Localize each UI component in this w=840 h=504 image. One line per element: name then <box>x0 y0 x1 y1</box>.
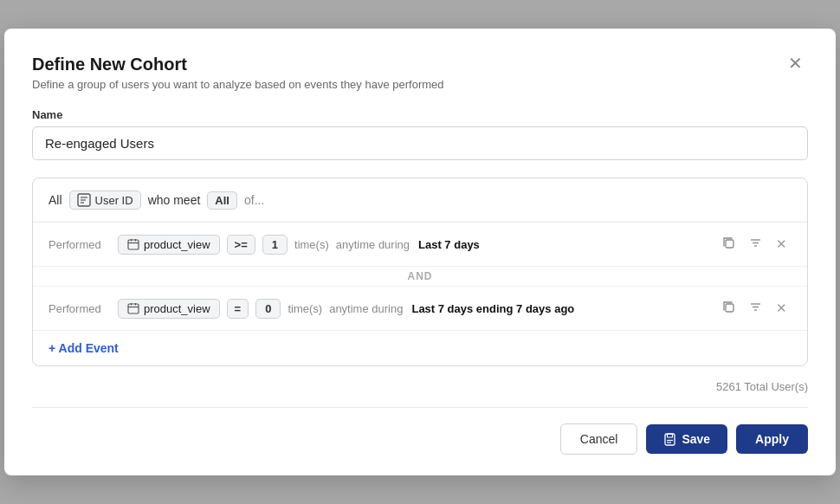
user-id-icon <box>77 193 91 207</box>
who-meet-label: who meet <box>148 193 201 207</box>
modal-header-text: Define New Cohort Define a group of user… <box>32 53 444 91</box>
define-cohort-modal: Define New Cohort Define a group of user… <box>4 29 836 475</box>
filter-button-2[interactable] <box>745 298 766 319</box>
remove-button-1[interactable]: ✕ <box>772 234 792 255</box>
row-actions-1: ✕ <box>718 234 792 255</box>
calendar-icon-1 <box>127 238 139 250</box>
operator-badge-1[interactable]: >= <box>227 235 255 255</box>
times-label-1: time(s) <box>294 238 329 251</box>
copy-button-1[interactable] <box>718 234 740 255</box>
anytime-label-1: anytime during <box>336 238 410 251</box>
user-id-badge[interactable]: User ID <box>69 191 141 210</box>
add-event-button[interactable]: + Add Event <box>48 341 119 355</box>
performed-label-1: Performed <box>48 238 111 251</box>
svg-rect-8 <box>726 240 733 248</box>
copy-button-2[interactable] <box>718 298 740 319</box>
add-event-row: + Add Event <box>33 331 807 365</box>
count-badge-2[interactable]: 0 <box>255 299 281 319</box>
modal-subtitle: Define a group of users you want to anal… <box>32 78 444 91</box>
filter-icon-2 <box>749 300 762 313</box>
cohort-header-row: All User ID who meet All of... <box>33 178 807 223</box>
of-label: of... <box>244 193 264 207</box>
event-name-text-1: product_view <box>144 238 210 251</box>
calendar-icon-2 <box>127 302 139 314</box>
times-label-2: time(s) <box>288 302 322 315</box>
cohort-name-input[interactable] <box>32 126 808 160</box>
svg-rect-20 <box>665 434 675 445</box>
operator-badge-2[interactable]: = <box>227 299 249 319</box>
cohort-definition-box: All User ID who meet All of... Performed <box>32 178 808 366</box>
event-row-2: Performed product_view = 0 time(s) anyti… <box>33 287 807 331</box>
count-badge-1[interactable]: 1 <box>262 235 288 255</box>
modal-overlay: Define New Cohort Define a group of user… <box>0 0 840 504</box>
anytime-label-2: anytime during <box>329 302 403 315</box>
event-name-badge-2[interactable]: product_view <box>118 299 220 319</box>
cancel-button[interactable]: Cancel <box>560 423 638 455</box>
save-label: Save <box>682 432 710 446</box>
all-of-dropdown[interactable]: All <box>207 191 237 210</box>
save-button[interactable]: Save <box>646 424 727 454</box>
svg-rect-4 <box>128 240 139 249</box>
modal-footer: Cancel Save Apply <box>32 407 808 455</box>
modal-title: Define New Cohort <box>32 53 444 75</box>
date-range-badge-2[interactable]: Last 7 days ending 7 days ago <box>410 302 576 315</box>
filter-icon-1 <box>749 236 762 249</box>
all-prefix-label: All <box>48 193 62 207</box>
row-actions-2: ✕ <box>718 298 792 319</box>
filter-button-1[interactable] <box>745 234 766 255</box>
copy-icon-2 <box>722 300 735 313</box>
svg-rect-12 <box>128 304 139 313</box>
date-range-badge-1[interactable]: Last 7 days <box>417 238 481 251</box>
performed-label-2: Performed <box>48 302 111 315</box>
event-name-badge-1[interactable]: product_view <box>118 235 220 255</box>
name-label: Name <box>32 108 808 121</box>
svg-rect-16 <box>726 304 733 312</box>
modal-header: Define New Cohort Define a group of user… <box>32 53 808 91</box>
copy-icon-1 <box>722 236 735 249</box>
user-id-label: User ID <box>95 194 133 207</box>
apply-button[interactable]: Apply <box>736 424 808 454</box>
total-users-count: 5261 Total User(s) <box>32 380 808 393</box>
save-icon <box>663 433 676 446</box>
close-button[interactable]: ✕ <box>783 53 808 74</box>
remove-button-2[interactable]: ✕ <box>772 298 792 319</box>
name-section: Name <box>32 108 808 160</box>
event-name-text-2: product_view <box>144 302 210 315</box>
and-divider: AND <box>33 267 807 287</box>
event-row-1: Performed product_view >= 1 time(s) anyt… <box>33 223 807 267</box>
